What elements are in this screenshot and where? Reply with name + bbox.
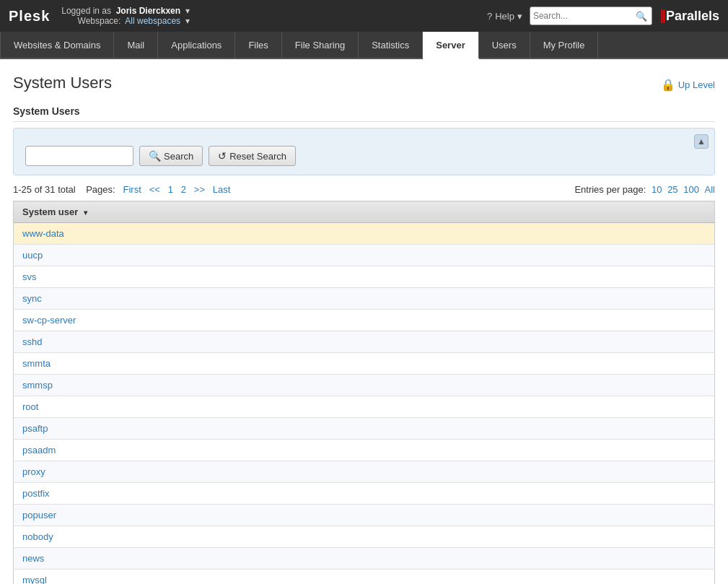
tab-my-profile[interactable]: My Profile — [530, 32, 599, 58]
section-title: System Users — [13, 105, 715, 122]
webspace-label: Webspace: — [78, 16, 121, 26]
table-row: smmsp — [14, 375, 715, 396]
system-user-link[interactable]: mysql — [22, 575, 47, 584]
table-row: postfix — [14, 483, 715, 505]
global-search-input[interactable] — [533, 11, 634, 21]
plesk-logo: Plesk — [9, 8, 50, 25]
system-user-link[interactable]: news — [22, 553, 44, 564]
global-search-button[interactable]: 🔍 — [634, 11, 649, 22]
logged-in-label: Logged in as — [61, 6, 111, 16]
top-bar-right: ? Help ▾ 🔍 ‖Parallels — [487, 6, 719, 25]
tab-statistics[interactable]: Statistics — [359, 32, 423, 58]
search-row: 🔍 Search ↺ Reset Search — [25, 146, 703, 166]
reset-btn-label: Reset Search — [229, 151, 286, 162]
search-input[interactable] — [25, 146, 133, 166]
table-row: sw-cp-server — [14, 310, 715, 331]
pagination-page1[interactable]: 1 — [168, 184, 173, 195]
system-user-link[interactable]: sw-cp-server — [22, 315, 76, 326]
system-user-link[interactable]: psaftp — [22, 423, 48, 434]
question-icon: ? — [487, 11, 492, 22]
parallels-double-bar: ‖ — [659, 9, 666, 23]
tab-server[interactable]: Server — [423, 32, 478, 59]
system-user-link[interactable]: svs — [22, 271, 37, 282]
system-users-table: System user ▾ www-datauucpsvssyncsw-cp-s… — [13, 201, 715, 584]
user-info: Logged in as Joris Dierckxen ▾ Webspace:… — [61, 6, 189, 26]
parallels-logo: ‖Parallels — [659, 8, 719, 24]
table-row: popuser — [14, 505, 715, 526]
pages-label: Pages: — [86, 184, 115, 195]
global-search-box: 🔍 — [530, 6, 652, 25]
search-panel-toggle[interactable]: ▲ — [694, 134, 709, 149]
pagination-last[interactable]: Last — [213, 184, 231, 195]
entries-25[interactable]: 25 — [667, 184, 677, 195]
tab-websites-domains[interactable]: Websites & Domains — [0, 32, 114, 58]
search-panel: ▲ 🔍 Search ↺ Reset Search — [13, 128, 715, 175]
table-row: www-data — [14, 223, 715, 245]
table-row: psaadm — [14, 440, 715, 461]
table-row: news — [14, 548, 715, 570]
table-row: nobody — [14, 526, 715, 548]
system-user-link[interactable]: www-data — [22, 228, 64, 239]
table-row: mysql — [14, 570, 715, 585]
pagination-next[interactable]: >> — [194, 184, 205, 195]
help-button[interactable]: ? Help ▾ — [487, 11, 522, 22]
help-dropdown-arrow: ▾ — [517, 11, 522, 22]
collapse-icon: ▲ — [697, 136, 706, 147]
tab-files[interactable]: Files — [235, 32, 281, 58]
tab-file-sharing[interactable]: File Sharing — [282, 32, 359, 58]
system-user-link[interactable]: postfix — [22, 488, 50, 499]
system-user-link[interactable]: smmta — [22, 358, 51, 369]
table-row: svs — [14, 266, 715, 288]
system-user-link[interactable]: psaadm — [22, 445, 56, 456]
system-user-link[interactable]: proxy — [22, 466, 45, 477]
main-content: System Users 🔒 Up Level System Users ▲ 🔍… — [0, 59, 728, 584]
system-user-link[interactable]: popuser — [22, 510, 56, 520]
help-label: Help — [495, 11, 514, 22]
top-bar-left: Plesk Logged in as Joris Dierckxen ▾ Web… — [9, 6, 190, 26]
search-button[interactable]: 🔍 Search — [139, 146, 203, 166]
pagination-page2[interactable]: 2 — [181, 184, 186, 195]
pagination-summary: 1-25 of 31 total Pages: First << 1 2 >> … — [13, 184, 230, 195]
sort-arrow: ▾ — [84, 209, 87, 217]
top-bar: Plesk Logged in as Joris Dierckxen ▾ Web… — [0, 0, 728, 32]
system-user-link[interactable]: smmsp — [22, 380, 53, 391]
entries-label: Entries per page: — [574, 184, 646, 195]
reset-search-button[interactable]: ↺ Reset Search — [209, 146, 296, 166]
system-user-link[interactable]: root — [22, 401, 38, 412]
system-user-link[interactable]: sync — [22, 293, 42, 304]
column-header-system-user[interactable]: System user ▾ — [14, 201, 715, 223]
table-row: psaftp — [14, 418, 715, 440]
entries-all[interactable]: All — [705, 184, 715, 195]
entries-100[interactable]: 100 — [683, 184, 699, 195]
table-row: sync — [14, 288, 715, 310]
up-level-icon: 🔒 — [661, 78, 675, 92]
pagination-first[interactable]: First — [123, 184, 141, 195]
column-header-label: System user — [22, 206, 78, 217]
table-row: sshd — [14, 331, 715, 353]
pagination-prev[interactable]: << — [149, 184, 160, 195]
nav-tabs: Websites & Domains Mail Applications Fil… — [0, 32, 728, 59]
up-level-label: Up Level — [678, 79, 715, 90]
system-user-link[interactable]: nobody — [22, 531, 53, 542]
tab-mail[interactable]: Mail — [114, 32, 158, 58]
search-icon: 🔍 — [636, 11, 647, 22]
username: Joris Dierckxen — [116, 6, 180, 16]
table-row: uucp — [14, 245, 715, 266]
page-title: System Users — [13, 74, 112, 92]
search-btn-icon: 🔍 — [149, 150, 161, 162]
reset-btn-icon: ↺ — [218, 150, 227, 162]
page-header: System Users 🔒 Up Level — [13, 74, 715, 97]
entries-10[interactable]: 10 — [652, 184, 662, 195]
system-user-link[interactable]: uucp — [22, 250, 43, 261]
system-user-link[interactable]: sshd — [22, 336, 42, 347]
webspace-link[interactable]: All webspaces — [125, 16, 180, 26]
search-btn-label: Search — [164, 151, 193, 162]
up-level-link[interactable]: 🔒 Up Level — [661, 78, 715, 92]
pagination-summary-text: 1-25 of 31 total — [13, 184, 76, 195]
pagination-row: 1-25 of 31 total Pages: First << 1 2 >> … — [13, 184, 715, 195]
tab-applications[interactable]: Applications — [158, 32, 235, 58]
table-row: proxy — [14, 461, 715, 483]
table-row: smmta — [14, 353, 715, 375]
table-row: root — [14, 396, 715, 418]
tab-users[interactable]: Users — [479, 32, 530, 58]
